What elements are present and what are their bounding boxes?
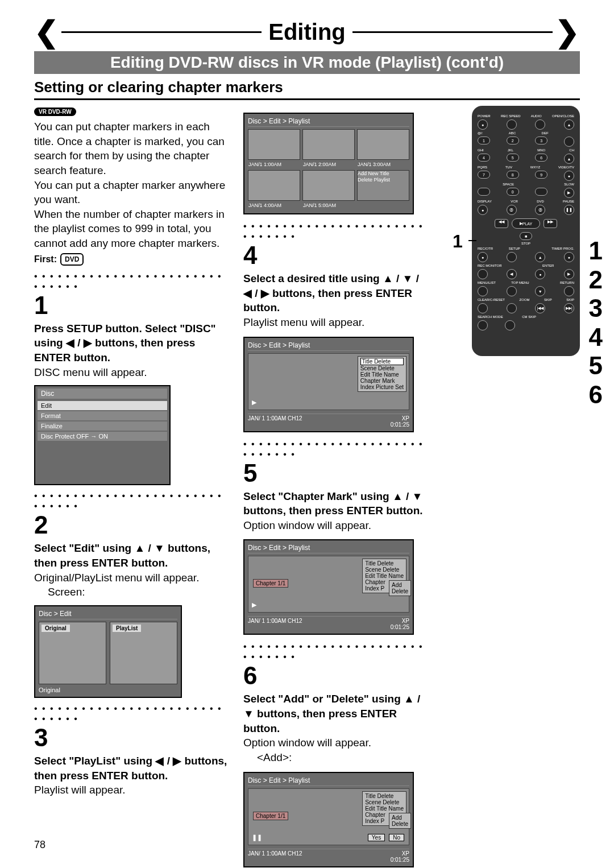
power-button[interactable]: ● xyxy=(478,119,488,130)
num-8-button[interactable]: 8 xyxy=(507,171,519,179)
play-icon: ▶ xyxy=(252,399,256,406)
nav-left-button[interactable]: ◀ xyxy=(507,269,517,279)
slow-button[interactable]: ▶ xyxy=(564,188,574,198)
dvd-icon: DVD xyxy=(60,253,84,266)
top-menu-button[interactable] xyxy=(507,286,517,296)
step6-result: Option window will appear. xyxy=(243,735,425,750)
clear-button[interactable] xyxy=(478,303,488,313)
footer-right: XP xyxy=(402,618,409,624)
first-label: First: xyxy=(34,254,57,264)
dvd-button[interactable]: ⦿ xyxy=(535,205,545,215)
rew-button[interactable]: ◀◀ xyxy=(495,219,508,228)
play-icon: ▶ xyxy=(252,601,256,609)
return-button[interactable] xyxy=(564,286,574,296)
step3-instruction: Select "PlayList" using ◀ / ▶ buttons, t… xyxy=(34,754,227,783)
skip-fwd-button[interactable]: ▶▶| xyxy=(564,303,574,313)
blank-button[interactable] xyxy=(535,188,547,196)
no-button: No xyxy=(389,834,404,841)
menu-list-button[interactable] xyxy=(478,286,488,296)
step-number: 4 xyxy=(243,243,425,268)
skip-back-button[interactable]: |◀◀ xyxy=(535,303,545,313)
step-number: 5 xyxy=(243,461,425,486)
enter-button[interactable]: ● xyxy=(535,269,545,279)
step3-result: Playlist will appear. xyxy=(34,783,227,797)
cm-skip-button[interactable] xyxy=(505,320,515,330)
add-label: <Add>: xyxy=(257,750,425,765)
disc-menu-screen: Disc Edit Format Finalize Disc Protect O… xyxy=(34,385,171,485)
playlist-menu-screen: Disc > Edit > Playlist Title Delete Scen… xyxy=(243,337,414,432)
num-5-button[interactable]: 5 xyxy=(507,154,519,162)
time-counter: 0:01:25 xyxy=(248,624,409,630)
display-button[interactable]: ● xyxy=(478,205,488,215)
pause-button[interactable]: ❚❚ xyxy=(564,205,574,215)
breadcrumb: Disc > Edit > Playlist xyxy=(248,776,409,786)
step1-result: DISC menu will appear. xyxy=(34,365,227,380)
title-thumb: JAN/1 1:00AM xyxy=(248,129,300,160)
num-3-button[interactable]: 3 xyxy=(535,137,547,144)
step4-result: Playlist menu will appear. xyxy=(243,315,425,330)
nav-right-button[interactable]: ▶ xyxy=(564,269,574,279)
step4-instruction: Select a desired title using ▲ / ▼ / ◀ /… xyxy=(243,271,425,315)
header-rule xyxy=(61,31,262,33)
screen-footer: Original xyxy=(39,687,177,693)
nav-up-button[interactable]: ▲ xyxy=(535,252,545,262)
title-thumb: JAN/1 3:00AM xyxy=(357,129,409,160)
chapter-chip: Chapter 1/1 xyxy=(253,812,288,820)
rec-monitor-button[interactable] xyxy=(478,269,488,279)
ch-up-button[interactable]: ▲ xyxy=(564,154,574,164)
arrow-right-icon: ❯ xyxy=(555,17,580,47)
num-7-button[interactable]: 7 xyxy=(478,171,490,179)
remote-label: POWER xyxy=(478,114,491,118)
title-thumb: JAN/1 5:00AM xyxy=(302,170,355,201)
video-tv-button[interactable]: ● xyxy=(564,171,574,181)
chapter-chip: Chapter 1/1 xyxy=(253,579,288,588)
play-button[interactable]: ▶ PLAY xyxy=(512,218,540,229)
rec-otr-button[interactable]: ● xyxy=(478,252,488,262)
title-thumb: JAN/1 2:00AM xyxy=(302,129,355,160)
blank-button[interactable] xyxy=(478,188,490,196)
menu-item-finalize: Finalize xyxy=(38,421,167,431)
callout-line xyxy=(468,240,476,241)
title-thumb: JAN/1 4:00AM xyxy=(248,170,300,201)
intro-text: You can put a chapter marker anywhere yo… xyxy=(34,178,227,207)
rec-speed-button[interactable] xyxy=(507,119,517,130)
footer-left: JAN/ 1 1:00AM CH12 xyxy=(248,415,302,421)
footer-right: XP xyxy=(402,415,409,421)
timer-prog-button[interactable]: ● xyxy=(564,252,574,262)
ch-button[interactable] xyxy=(564,137,574,147)
num-9-button[interactable]: 9 xyxy=(535,171,547,179)
menu-item-edit: Edit xyxy=(38,401,167,410)
step5-result: Option window will appear. xyxy=(243,518,425,533)
divider-dots: • • • • • • • • • • • • • • • • • • • • … xyxy=(34,271,227,292)
page-number: 78 xyxy=(34,839,45,851)
pause-icon: ❚❚ xyxy=(252,834,262,841)
chapter-mark-screen: Disc > Edit > Playlist Chapter 1/1 Title… xyxy=(243,539,414,635)
vcr-button[interactable]: ⦿ xyxy=(507,205,517,215)
num-0-button[interactable]: 0 xyxy=(507,188,519,196)
step-index: 1 2 3 4 5 6 xyxy=(589,237,603,410)
open-close-button[interactable]: ▲ xyxy=(564,119,574,130)
stop-button[interactable]: ■ xyxy=(520,232,532,240)
menu-item-protect: Disc Protect OFF → ON xyxy=(38,432,167,441)
zoom-button[interactable] xyxy=(507,303,517,313)
num-1-button[interactable]: 1 xyxy=(478,137,490,144)
nav-down-button[interactable]: ▼ xyxy=(535,286,545,296)
arrow-left-icon: ❮ xyxy=(34,17,59,47)
sub-header: Editing DVD-RW discs in VR mode (Playlis… xyxy=(34,51,580,74)
breadcrumb: Disc > Edit > Playlist xyxy=(248,341,409,351)
setup-button[interactable] xyxy=(507,252,517,262)
step2-instruction: Select "Edit" using ▲ / ▼ buttons, then … xyxy=(34,541,227,570)
num-4-button[interactable]: 4 xyxy=(478,154,490,162)
search-mode-button[interactable] xyxy=(478,320,488,330)
breadcrumb: Disc > Edit > Playlist xyxy=(248,544,409,553)
page-header: ❮ Editing ❯ xyxy=(34,17,580,47)
num-2-button[interactable]: 2 xyxy=(507,137,519,144)
time-counter: 0:01:25 xyxy=(248,857,409,863)
tab-playlist: PlayList xyxy=(110,622,177,684)
divider-dots: • • • • • • • • • • • • • • • • • • • • … xyxy=(243,642,425,662)
step6-instruction: Select "Add" or "Delete" using ▲ / ▼ but… xyxy=(243,692,425,735)
num-6-button[interactable]: 6 xyxy=(535,154,547,162)
audio-button[interactable] xyxy=(535,119,545,130)
remote-label: AUDIO xyxy=(531,114,542,118)
ffwd-button[interactable]: ▶▶ xyxy=(544,219,557,228)
